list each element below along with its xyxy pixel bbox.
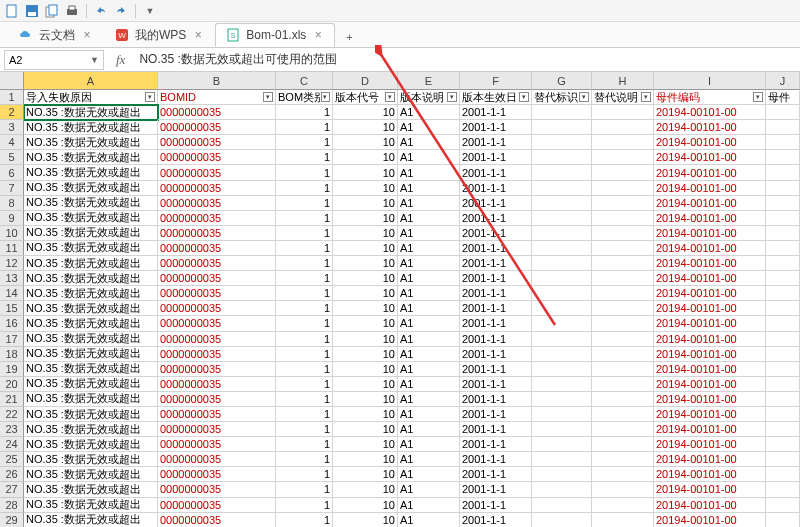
cell[interactable]: 20194-00101-00 bbox=[654, 286, 766, 301]
cell[interactable]: NO.35 :数据无效或超出 bbox=[24, 226, 158, 241]
cell[interactable]: 20194-00101-00 bbox=[654, 181, 766, 196]
cell[interactable]: 10 bbox=[333, 196, 398, 211]
cell[interactable]: 1 bbox=[276, 301, 333, 316]
cell[interactable]: 0000000035 bbox=[158, 211, 276, 226]
cell[interactable]: A1 bbox=[398, 301, 460, 316]
name-box[interactable]: A2 ▼ bbox=[4, 50, 104, 70]
cell[interactable]: 1 bbox=[276, 211, 333, 226]
cell[interactable] bbox=[532, 271, 592, 286]
header-cell[interactable]: BOM类别▾ bbox=[276, 90, 333, 105]
cell[interactable]: 2001-1-1 bbox=[460, 226, 532, 241]
cell[interactable]: 0000000035 bbox=[158, 513, 276, 527]
cell[interactable]: 10 bbox=[333, 135, 398, 150]
row-header[interactable]: 20 bbox=[0, 377, 24, 392]
cell[interactable] bbox=[592, 332, 654, 347]
cell[interactable] bbox=[532, 452, 592, 467]
cell[interactable]: A1 bbox=[398, 498, 460, 513]
cell[interactable] bbox=[592, 498, 654, 513]
row-header[interactable]: 1 bbox=[0, 90, 24, 105]
cell[interactable]: 1 bbox=[276, 467, 333, 482]
row-header[interactable]: 7 bbox=[0, 181, 24, 196]
cell[interactable]: A1 bbox=[398, 437, 460, 452]
cell[interactable] bbox=[592, 150, 654, 165]
row-header[interactable]: 11 bbox=[0, 241, 24, 256]
cell[interactable] bbox=[532, 347, 592, 362]
cell[interactable]: 0000000035 bbox=[158, 437, 276, 452]
cell[interactable] bbox=[592, 513, 654, 527]
cell[interactable]: 20194-00101-00 bbox=[654, 271, 766, 286]
cell[interactable]: 0000000035 bbox=[158, 301, 276, 316]
header-cell[interactable]: 母件 bbox=[766, 90, 800, 105]
row-header[interactable]: 19 bbox=[0, 362, 24, 377]
cell[interactable] bbox=[766, 437, 800, 452]
cell[interactable]: 10 bbox=[333, 437, 398, 452]
cell[interactable]: 2001-1-1 bbox=[460, 196, 532, 211]
cell[interactable]: NO.35 :数据无效或超出 bbox=[24, 498, 158, 513]
cell[interactable]: 0000000035 bbox=[158, 347, 276, 362]
cell[interactable]: 0000000035 bbox=[158, 105, 276, 120]
filter-dropdown-icon[interactable]: ▾ bbox=[579, 92, 589, 102]
cell[interactable]: 20194-00101-00 bbox=[654, 362, 766, 377]
cell[interactable]: A1 bbox=[398, 271, 460, 286]
cell[interactable] bbox=[532, 422, 592, 437]
cell[interactable]: A1 bbox=[398, 211, 460, 226]
cell[interactable]: NO.35 :数据无效或超出 bbox=[24, 316, 158, 331]
cell[interactable] bbox=[592, 362, 654, 377]
cell[interactable]: 10 bbox=[333, 377, 398, 392]
cell[interactable]: 0000000035 bbox=[158, 226, 276, 241]
tab-cloud-docs[interactable]: 云文档 × bbox=[8, 23, 104, 47]
cell[interactable]: 0000000035 bbox=[158, 271, 276, 286]
cell[interactable] bbox=[766, 196, 800, 211]
cell[interactable]: 2001-1-1 bbox=[460, 286, 532, 301]
cell[interactable] bbox=[532, 105, 592, 120]
cell[interactable] bbox=[532, 362, 592, 377]
cell[interactable] bbox=[532, 196, 592, 211]
cell[interactable]: 1 bbox=[276, 286, 333, 301]
cell[interactable] bbox=[592, 286, 654, 301]
cell[interactable]: 20194-00101-00 bbox=[654, 241, 766, 256]
cell[interactable] bbox=[532, 392, 592, 407]
cell[interactable] bbox=[532, 120, 592, 135]
cell[interactable] bbox=[592, 120, 654, 135]
close-icon[interactable]: × bbox=[81, 29, 93, 41]
cell[interactable] bbox=[592, 482, 654, 497]
cell[interactable]: A1 bbox=[398, 181, 460, 196]
cell[interactable]: 2001-1-1 bbox=[460, 271, 532, 286]
print-icon[interactable] bbox=[64, 3, 80, 19]
row-header[interactable]: 24 bbox=[0, 437, 24, 452]
cell[interactable]: A1 bbox=[398, 105, 460, 120]
cell[interactable] bbox=[532, 135, 592, 150]
cell[interactable]: 10 bbox=[333, 498, 398, 513]
cell[interactable]: NO.35 :数据无效或超出 bbox=[24, 211, 158, 226]
cell[interactable] bbox=[766, 332, 800, 347]
cell[interactable] bbox=[592, 377, 654, 392]
cell[interactable]: 1 bbox=[276, 482, 333, 497]
cell[interactable] bbox=[532, 286, 592, 301]
cell[interactable]: NO.35 :数据无效或超出 bbox=[24, 513, 158, 527]
filter-dropdown-icon[interactable]: ▾ bbox=[519, 92, 529, 102]
cell[interactable]: 1 bbox=[276, 422, 333, 437]
select-all-corner[interactable] bbox=[0, 72, 24, 90]
cell[interactable]: 0000000035 bbox=[158, 241, 276, 256]
cell[interactable] bbox=[766, 513, 800, 527]
cell[interactable]: 1 bbox=[276, 437, 333, 452]
cell[interactable]: A1 bbox=[398, 256, 460, 271]
cell[interactable]: 0000000035 bbox=[158, 452, 276, 467]
cell[interactable]: 0000000035 bbox=[158, 196, 276, 211]
cell[interactable]: A1 bbox=[398, 196, 460, 211]
cell[interactable]: 0000000035 bbox=[158, 316, 276, 331]
cell[interactable]: 0000000035 bbox=[158, 286, 276, 301]
row-header[interactable]: 25 bbox=[0, 452, 24, 467]
cell[interactable]: 0000000035 bbox=[158, 181, 276, 196]
cell[interactable]: NO.35 :数据无效或超出 bbox=[24, 437, 158, 452]
row-header[interactable]: 9 bbox=[0, 211, 24, 226]
cell[interactable] bbox=[532, 181, 592, 196]
cell[interactable]: 20194-00101-00 bbox=[654, 165, 766, 180]
cell[interactable] bbox=[766, 301, 800, 316]
cell[interactable]: 0000000035 bbox=[158, 422, 276, 437]
cell[interactable]: 1 bbox=[276, 105, 333, 120]
row-header[interactable]: 28 bbox=[0, 498, 24, 513]
cell[interactable] bbox=[592, 347, 654, 362]
cell[interactable] bbox=[592, 467, 654, 482]
cell[interactable]: 1 bbox=[276, 150, 333, 165]
